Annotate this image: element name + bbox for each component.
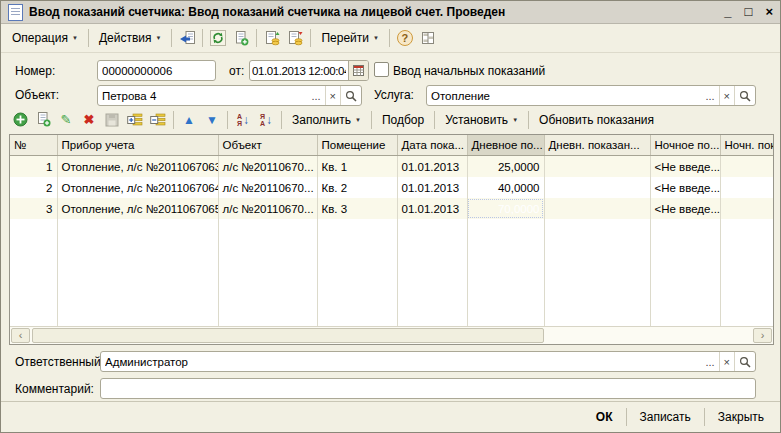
service-choose-button[interactable]: ... bbox=[701, 86, 718, 105]
col-header-day-indication[interactable]: Дневн. показан... bbox=[544, 135, 650, 156]
cell-rownum[interactable]: 3 bbox=[10, 198, 57, 219]
minimize-button[interactable]: _ bbox=[724, 5, 731, 19]
col-header-night-indication[interactable]: Ночн. пок bbox=[720, 135, 774, 156]
service-clear-button[interactable]: × bbox=[719, 86, 734, 105]
operation-menu-label: Операция bbox=[12, 31, 68, 45]
close-button[interactable]: × bbox=[765, 5, 773, 19]
scrollbar-thumb[interactable] bbox=[32, 328, 544, 343]
expand-rows-button[interactable] bbox=[124, 109, 146, 131]
chevron-down-icon: ▼ bbox=[512, 117, 518, 123]
save-document-button[interactable] bbox=[176, 27, 198, 49]
cell-night-indication[interactable] bbox=[720, 198, 774, 219]
cell-date[interactable]: 01.01.2013 bbox=[397, 198, 467, 219]
move-down-button[interactable]: ▼ bbox=[201, 109, 223, 131]
arrow-up-icon: ▲ bbox=[183, 114, 195, 126]
col-header-date[interactable]: Дата пока... bbox=[397, 135, 467, 156]
col-header-object[interactable]: Объект bbox=[218, 135, 317, 156]
save-disabled-button[interactable] bbox=[101, 109, 123, 131]
responsible-clear-button[interactable]: × bbox=[719, 352, 734, 371]
responsible-open-button[interactable] bbox=[734, 352, 755, 371]
responsible-label: Ответственный: bbox=[15, 355, 104, 369]
settings-list-button[interactable] bbox=[417, 27, 439, 49]
scrollbar-track[interactable] bbox=[31, 327, 752, 344]
cell-day-reading[interactable]: 40,0000 bbox=[467, 177, 544, 198]
cell-day-indication[interactable] bbox=[544, 156, 650, 178]
cell-meter[interactable]: Отопление, л/с №2011067065 bbox=[57, 198, 218, 219]
service-open-button[interactable] bbox=[734, 86, 755, 105]
goto-menu-button[interactable]: Перейти ▼ bbox=[315, 28, 385, 48]
cell-object[interactable]: л/с №20110670... bbox=[218, 156, 317, 178]
cell-night-indication[interactable] bbox=[720, 156, 774, 178]
cell-date[interactable]: 01.01.2013 bbox=[397, 156, 467, 178]
object-clear-button[interactable]: × bbox=[325, 86, 340, 105]
col-header-day-reading[interactable]: Дневное по... bbox=[467, 135, 544, 156]
copy-document-button[interactable] bbox=[230, 27, 252, 49]
cell-object[interactable]: л/с №20110670... bbox=[218, 177, 317, 198]
object-open-button[interactable] bbox=[340, 86, 361, 105]
table-toolbar: ✎ ✖ ▲ ▼ АЯ bbox=[9, 107, 772, 132]
sort-ascending-button[interactable]: АЯ ↓ bbox=[232, 109, 254, 131]
service-input[interactable] bbox=[427, 90, 701, 102]
cell-rownum[interactable]: 1 bbox=[10, 156, 57, 178]
cell-day-reading[interactable]: 25,0000 bbox=[467, 156, 544, 178]
scroll-right-button[interactable]: › bbox=[753, 328, 772, 343]
chevron-down-icon: ▼ bbox=[355, 117, 361, 123]
col-header-premise[interactable]: Помещение bbox=[317, 135, 397, 156]
date-field-box bbox=[249, 60, 369, 81]
cell-night-reading[interactable]: <Не введе... bbox=[650, 198, 720, 219]
responsible-input[interactable] bbox=[101, 356, 701, 368]
cell-day-indication[interactable] bbox=[544, 198, 650, 219]
cell-meter[interactable]: Отопление, л/с №2011067063 bbox=[57, 156, 218, 178]
object-choose-button[interactable]: ... bbox=[307, 86, 324, 105]
maximize-button[interactable]: □ bbox=[745, 5, 753, 19]
cell-premise[interactable]: Кв. 3 bbox=[317, 198, 397, 219]
refresh-button[interactable] bbox=[207, 27, 229, 49]
add-icon bbox=[13, 112, 28, 127]
comment-input[interactable] bbox=[101, 383, 755, 395]
cell-object[interactable]: л/с №20110670... bbox=[218, 198, 317, 219]
initial-readings-checkbox[interactable] bbox=[374, 62, 389, 77]
sort-descending-button[interactable]: ЯА ↓ bbox=[255, 109, 277, 131]
close-form-button[interactable]: Закрыть bbox=[708, 406, 774, 428]
help-button[interactable]: ? bbox=[394, 27, 416, 49]
cell-night-reading[interactable]: <Не введе... bbox=[650, 156, 720, 178]
move-up-button[interactable]: ▲ bbox=[178, 109, 200, 131]
date-input[interactable] bbox=[250, 65, 348, 77]
operation-menu-button[interactable]: Операция ▼ bbox=[6, 28, 84, 48]
col-header-number[interactable]: № bbox=[10, 135, 57, 156]
cell-date[interactable]: 01.01.2013 bbox=[397, 177, 467, 198]
floppy-disabled-icon bbox=[105, 113, 119, 127]
write-button[interactable]: Записать bbox=[630, 406, 701, 428]
pick-button-label: Подбор bbox=[382, 113, 424, 127]
toolbar-separator bbox=[227, 111, 228, 129]
calendar-button[interactable] bbox=[348, 61, 368, 80]
number-input[interactable] bbox=[98, 65, 215, 77]
cell-day-indication[interactable] bbox=[544, 177, 650, 198]
ok-button[interactable]: ОК bbox=[586, 406, 623, 428]
selected-cell-day-reading[interactable]: 70,0000 bbox=[467, 198, 544, 219]
cell-night-reading[interactable]: <Не введе... bbox=[650, 177, 720, 198]
scroll-left-button[interactable]: ‹ bbox=[11, 328, 30, 343]
responsible-choose-button[interactable]: ... bbox=[701, 352, 718, 371]
add-row-button[interactable] bbox=[9, 109, 31, 131]
collapse-rows-button[interactable] bbox=[147, 109, 169, 131]
actions-menu-button[interactable]: Действия ▼ bbox=[93, 28, 168, 48]
cell-meter[interactable]: Отопление, л/с №2011067064 bbox=[57, 177, 218, 198]
pick-button[interactable]: Подбор bbox=[376, 110, 430, 130]
copy-row-button[interactable] bbox=[32, 109, 54, 131]
col-header-meter[interactable]: Прибор учета bbox=[57, 135, 218, 156]
set-menu-button[interactable]: Установить ▼ bbox=[439, 110, 524, 130]
fill-menu-button[interactable]: Заполнить ▼ bbox=[286, 110, 367, 130]
cell-rownum[interactable]: 2 bbox=[10, 177, 57, 198]
post-document-button[interactable] bbox=[261, 27, 283, 49]
edit-row-button[interactable]: ✎ bbox=[55, 109, 77, 131]
unpost-document-button[interactable] bbox=[284, 27, 306, 49]
col-header-night-reading[interactable]: Ночное по... bbox=[650, 135, 720, 156]
horizontal-scrollbar: ‹ › bbox=[10, 326, 773, 344]
delete-row-button[interactable]: ✖ bbox=[78, 109, 100, 131]
refresh-readings-button[interactable]: Обновить показания bbox=[533, 110, 660, 130]
cell-premise[interactable]: Кв. 2 bbox=[317, 177, 397, 198]
cell-premise[interactable]: Кв. 1 bbox=[317, 156, 397, 178]
cell-night-indication[interactable] bbox=[720, 177, 774, 198]
object-input[interactable] bbox=[98, 90, 307, 102]
